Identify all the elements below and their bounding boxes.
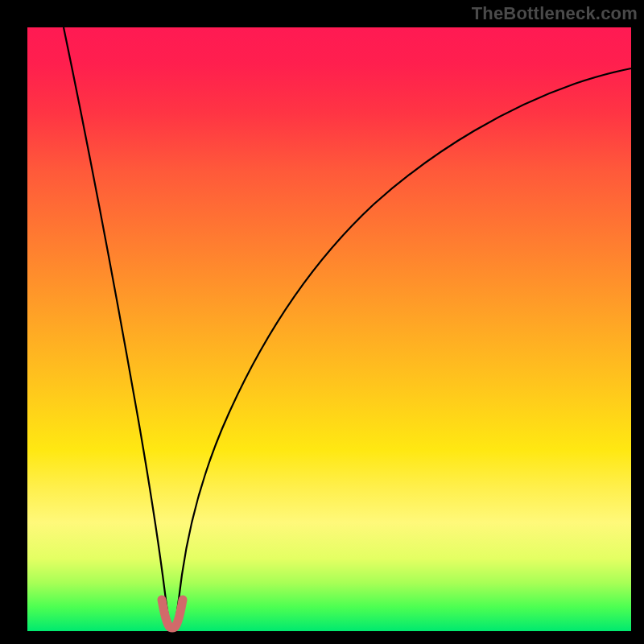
sweet-spot-marker <box>162 600 183 628</box>
bottleneck-curve <box>64 27 631 630</box>
chart-svg <box>27 27 631 631</box>
chart-frame: TheBottleneck.com <box>0 0 644 644</box>
watermark-text: TheBottleneck.com <box>472 3 638 24</box>
